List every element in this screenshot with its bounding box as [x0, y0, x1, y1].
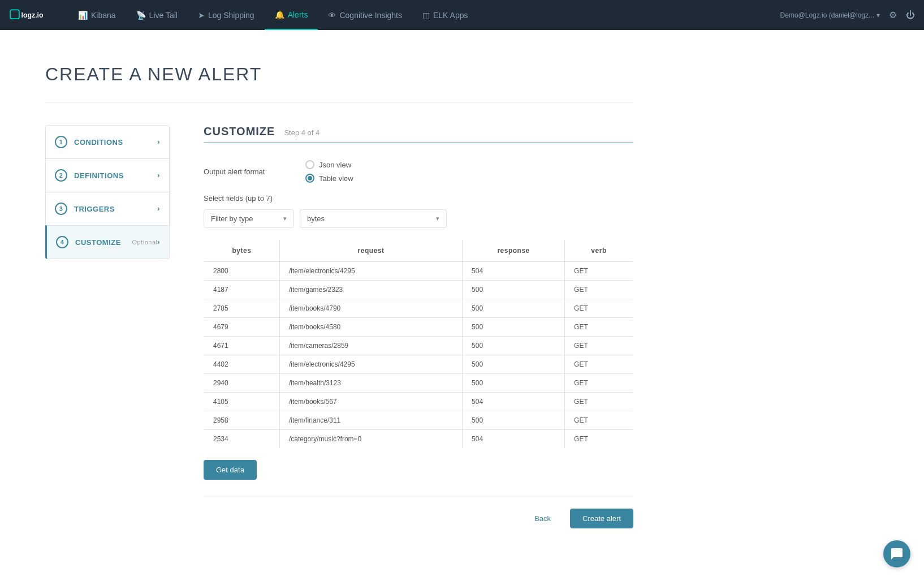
nav-cognitive-insights[interactable]: 👁 Cognitive Insights — [318, 0, 412, 30]
table-cell: GET — [565, 299, 633, 318]
user-menu[interactable]: Demo@Logz.io (daniel@logz... ▾ — [780, 11, 880, 19]
table-cell: 4187 — [204, 281, 280, 299]
create-alert-button[interactable]: Create alert — [570, 509, 633, 528]
bar-chart-icon: 📊 — [78, 11, 88, 20]
table-cell: 504 — [463, 393, 565, 411]
page-title: CREATE A NEW ALERT — [45, 64, 633, 85]
radio-table[interactable]: Table view — [305, 174, 353, 183]
nav-log-shipping[interactable]: ➤ Log Shipping — [188, 0, 265, 30]
table-cell: 504 — [463, 262, 565, 281]
sidebar-item-conditions[interactable]: 1 CONDITIONS › — [45, 125, 170, 159]
nav-kibana-label: Kibana — [91, 11, 116, 20]
nav-cognitive-insights-label: Cognitive Insights — [339, 11, 402, 20]
table-header: bytes request response verb — [204, 240, 633, 262]
nav-elk-apps[interactable]: ◫ ELK Apps — [412, 0, 478, 30]
sidebar-item-customize[interactable]: 4 CUSTOMIZE Optional › — [45, 225, 170, 259]
select-fields-label: Select fields (up to 7) — [204, 194, 633, 203]
output-format-label: Output alert format — [204, 167, 305, 176]
eye-icon: 👁 — [328, 11, 336, 20]
table-cell: GET — [565, 411, 633, 430]
nav-kibana[interactable]: 📊 Kibana — [68, 0, 126, 30]
col-response: response — [463, 240, 565, 262]
main-layout: 1 CONDITIONS › 2 DEFINITIONS › 3 TRIGGER… — [45, 125, 633, 528]
nav-alerts[interactable]: 🔔 Alerts — [265, 0, 318, 30]
table-header-row: bytes request response verb — [204, 240, 633, 262]
nav-right: Demo@Logz.io (daniel@logz... ▾ ⚙ ⏻ — [780, 10, 915, 20]
table-cell: 500 — [463, 355, 565, 374]
table-row: 2785/item/books/4790500GET — [204, 299, 633, 318]
radio-table-label: Table view — [319, 174, 353, 183]
layers-icon: ◫ — [422, 11, 430, 20]
table-cell: 2534 — [204, 430, 280, 449]
main-content: CUSTOMIZE Step 4 of 4 Output alert forma… — [204, 125, 633, 528]
sidebar-item-triggers[interactable]: 3 TRIGGERS › — [45, 192, 170, 226]
footer-buttons: Back Create alert — [204, 509, 633, 528]
field-chevron-icon: ▾ — [436, 215, 439, 222]
logout-icon[interactable]: ⏻ — [906, 10, 915, 20]
filter-by-type-dropdown[interactable]: Filter by type ▾ — [204, 209, 294, 228]
back-button[interactable]: Back — [522, 509, 563, 528]
sidebar: 1 CONDITIONS › 2 DEFINITIONS › 3 TRIGGER… — [45, 125, 170, 528]
table-cell: 4105 — [204, 393, 280, 411]
table-cell: /category/music?from=0 — [279, 430, 462, 449]
table-cell: GET — [565, 430, 633, 449]
field-dropdown[interactable]: bytes ▾ — [300, 209, 447, 228]
table-cell: /item/games/2323 — [279, 281, 462, 299]
table-body: 2800/item/electronics/4295504GET4187/ite… — [204, 262, 633, 449]
select-row: Filter by type ▾ bytes ▾ — [204, 209, 633, 228]
table-row: 2534/category/music?from=0504GET — [204, 430, 633, 449]
get-data-button[interactable]: Get data — [204, 460, 257, 480]
send-icon: ➤ — [198, 11, 205, 20]
filter-by-type-label: Filter by type — [211, 214, 253, 223]
sidebar-item-definitions[interactable]: 2 DEFINITIONS › — [45, 158, 170, 192]
table-cell: GET — [565, 337, 633, 355]
table-cell: /item/health/3123 — [279, 374, 462, 393]
svg-rect-0 — [10, 10, 19, 19]
table-cell: /item/cameras/2859 — [279, 337, 462, 355]
nav-elk-apps-label: ELK Apps — [433, 11, 468, 20]
table-cell: /item/electronics/4295 — [279, 355, 462, 374]
sidebar-step-4: 4 — [56, 236, 68, 248]
sidebar-conditions-label: CONDITIONS — [74, 138, 158, 147]
table-cell: 500 — [463, 374, 565, 393]
nav-live-tail[interactable]: 📡 Live Tail — [126, 0, 188, 30]
radio-circle-json — [305, 160, 314, 169]
chevron-right-icon-1: › — [158, 138, 161, 146]
table-cell: /item/books/4580 — [279, 318, 462, 337]
table-cell: 504 — [463, 430, 565, 449]
table-cell: GET — [565, 318, 633, 337]
table-row: 2958/item/finance/311500GET — [204, 411, 633, 430]
table-cell: /item/books/567 — [279, 393, 462, 411]
table-cell: /item/finance/311 — [279, 411, 462, 430]
chevron-down-icon: ▾ — [876, 11, 880, 19]
nav-log-shipping-label: Log Shipping — [208, 11, 254, 20]
sidebar-customize-label: CUSTOMIZE — [75, 238, 129, 247]
section-step: Step 4 of 4 — [284, 128, 319, 137]
table-cell: 500 — [463, 299, 565, 318]
table-cell: 2940 — [204, 374, 280, 393]
chevron-right-icon-4: › — [158, 238, 161, 246]
chat-icon — [890, 547, 904, 561]
field-value: bytes — [307, 214, 325, 223]
radio-json[interactable]: Json view — [305, 160, 353, 169]
table-row: 4671/item/cameras/2859500GET — [204, 337, 633, 355]
sidebar-definitions-label: DEFINITIONS — [74, 171, 158, 180]
bell-icon: 🔔 — [275, 10, 284, 19]
table-cell: GET — [565, 355, 633, 374]
col-verb: verb — [565, 240, 633, 262]
table-row: 4105/item/books/567504GET — [204, 393, 633, 411]
section-title: CUSTOMIZE — [204, 125, 275, 138]
settings-icon[interactable]: ⚙ — [889, 10, 897, 20]
section-header: CUSTOMIZE Step 4 of 4 — [204, 125, 633, 138]
chat-bubble[interactable] — [883, 540, 910, 567]
table-cell: /item/books/4790 — [279, 299, 462, 318]
filter-type-chevron-icon: ▾ — [283, 215, 287, 222]
table-cell: 2800 — [204, 262, 280, 281]
logo[interactable]: logz.io — [9, 7, 54, 24]
radio-group: Json view Table view — [305, 160, 353, 183]
nav-items: 📊 Kibana 📡 Live Tail ➤ Log Shipping 🔔 Al… — [68, 0, 780, 30]
page-wrapper: CREATE A NEW ALERT 1 CONDITIONS › 2 DEFI… — [0, 30, 679, 574]
chevron-right-icon-3: › — [158, 205, 161, 213]
section-divider — [204, 143, 633, 143]
table-cell: GET — [565, 374, 633, 393]
